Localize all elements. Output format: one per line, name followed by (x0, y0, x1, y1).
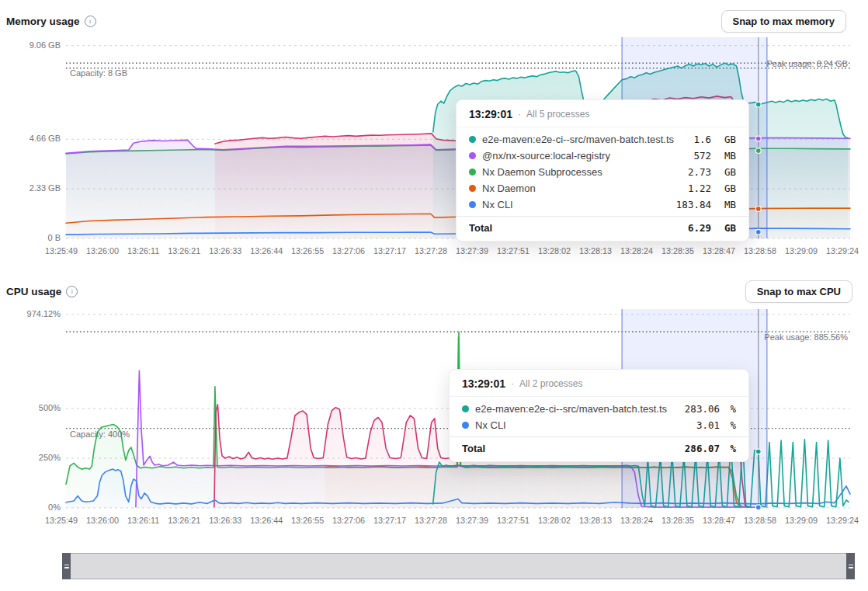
x-tick-label: 13:26:44 (250, 246, 283, 256)
x-tick-label: 13:25:49 (45, 516, 78, 525)
x-tick-label: 13:28:47 (703, 246, 735, 256)
grip-icon (849, 565, 853, 566)
tooltip-time: 13:29:01 (462, 377, 505, 390)
y-tick-label: 4.66 GB (6, 134, 61, 143)
info-icon[interactable]: i (85, 16, 96, 27)
x-tick-label: 13:27:17 (373, 246, 406, 256)
x-tick-label: 13:27:17 (373, 516, 406, 525)
x-tick-label: 13:26:11 (127, 516, 159, 525)
x-tick-label: 13:26:33 (209, 246, 241, 256)
x-tick-label: 13:26:00 (86, 246, 119, 256)
x-tick-label: 13:27:28 (415, 246, 447, 256)
process-name: Nx CLI (475, 419, 690, 431)
x-tick-label: 13:28:35 (661, 516, 694, 525)
tooltip-total-value: 6.29 (688, 222, 711, 234)
x-tick-label: 13:27:06 (332, 516, 365, 525)
tooltip-header: 13:29:01 · All 2 processes (450, 370, 748, 397)
y-tick-label: 2.33 GB (6, 183, 61, 193)
series-color-dot (469, 169, 476, 176)
cpu-chart-title: CPU usage i (6, 286, 78, 297)
brush-handle-left[interactable] (62, 553, 71, 579)
process-unit: MB (717, 199, 736, 210)
memory-capacity-label: Capacity: 8 GB (70, 68, 127, 78)
x-tick-label: 13:27:51 (497, 516, 529, 525)
process-value: 3.01 (696, 419, 720, 431)
y-tick-label: 9.06 GB (6, 40, 61, 50)
series-color-dot (469, 152, 476, 159)
x-tick-label: 13:29:24 (826, 246, 859, 256)
process-name: e2e-maven:e2e-ci--src/maven-batch.test.t… (482, 134, 687, 145)
process-value: 1.6 (693, 134, 711, 145)
x-tick-label: 13:28:35 (661, 246, 694, 256)
tooltip-row: Nx CLI3.01% (450, 417, 748, 433)
tooltip-total-unit: GB (717, 222, 736, 234)
tooltip-row: Nx CLI183.84MB (457, 196, 748, 213)
snap-to-max-memory-button[interactable]: Snap to max memory (721, 10, 847, 33)
tooltip-row: @nx/nx-source:local-registry572MB (457, 148, 748, 164)
x-tick-label: 13:28:02 (538, 516, 571, 525)
x-tick-label: 13:28:58 (744, 246, 776, 256)
cpu-peak-label: Peak usage: 885.56% (764, 332, 848, 342)
process-unit: % (726, 419, 736, 431)
grip-icon (849, 567, 853, 568)
series-color-dot (469, 185, 476, 192)
x-tick-label: 13:27:51 (497, 246, 529, 256)
x-tick-label: 13:29:09 (785, 246, 818, 256)
series-color-dot (469, 136, 476, 143)
brush-track[interactable] (71, 554, 846, 579)
x-tick-label: 13:28:24 (620, 516, 653, 525)
x-tick-label: 13:26:55 (291, 246, 324, 256)
charts-canvas[interactable] (0, 0, 868, 591)
process-value: 2.73 (688, 166, 711, 178)
tooltip-row: e2e-maven:e2e-ci--src/maven-batch.test.t… (450, 401, 748, 417)
y-tick-label: 0 B (6, 233, 61, 242)
x-tick-label: 13:28:13 (579, 246, 612, 256)
timeline-brush[interactable] (62, 553, 855, 579)
process-unit: MB (717, 150, 736, 162)
grip-icon (64, 565, 69, 566)
process-value: 183.84 (676, 199, 711, 210)
tooltip-total-row: Total 6.29 GB (457, 216, 748, 241)
process-unit: GB (717, 134, 736, 145)
x-tick-label: 13:26:11 (127, 246, 159, 256)
x-tick-label: 13:28:58 (744, 516, 776, 525)
x-tick-label: 13:26:44 (250, 516, 283, 525)
process-name: Nx CLI (482, 199, 670, 210)
x-tick-label: 13:28:02 (538, 246, 571, 256)
tooltip-total-value: 286.07 (685, 443, 720, 454)
process-unit: GB (717, 183, 736, 194)
memory-tooltip: 13:29:01 · All 5 processes e2e-maven:e2e… (456, 99, 749, 242)
x-tick-label: 13:29:09 (785, 516, 818, 525)
process-name: @nx/nx-source:local-registry (482, 150, 687, 162)
series-color-dot (462, 422, 469, 429)
x-tick-label: 13:26:00 (86, 516, 119, 525)
tooltip-header: 13:29:01 · All 5 processes (457, 100, 748, 127)
cpu-title-text: CPU usage (6, 286, 61, 297)
cpu-tooltip: 13:29:01 · All 2 processes e2e-maven:e2e… (449, 369, 749, 462)
x-tick-label: 13:26:55 (291, 516, 324, 525)
y-tick-label: 250% (6, 453, 61, 462)
tooltip-row: Nx Daemon Subprocesses2.73GB (457, 164, 748, 180)
tooltip-rows: e2e-maven:e2e-ci--src/maven-batch.test.t… (450, 397, 748, 436)
info-icon[interactable]: i (66, 286, 78, 297)
process-name: Nx Daemon Subprocesses (482, 166, 682, 178)
x-tick-label: 13:28:47 (703, 516, 735, 525)
x-tick-label: 13:28:13 (579, 516, 612, 525)
tooltip-total-unit: % (726, 443, 736, 454)
x-tick-label: 13:29:24 (826, 516, 859, 525)
snap-to-max-cpu-button[interactable]: Snap to max CPU (745, 280, 852, 303)
tooltip-row: e2e-maven:e2e-ci--src/maven-batch.test.t… (457, 131, 748, 148)
tooltip-row: Nx Daemon1.22GB (457, 180, 748, 196)
process-unit: % (726, 403, 736, 415)
x-tick-label: 13:27:39 (456, 246, 488, 256)
x-tick-label: 13:27:06 (332, 246, 365, 256)
tooltip-separator: · (511, 378, 514, 389)
process-value: 283.06 (685, 403, 720, 415)
process-value: 572 (693, 150, 711, 162)
memory-chart-title: Memory usage i (6, 16, 96, 27)
brush-handle-right[interactable] (846, 553, 855, 579)
x-tick-label: 13:27:39 (456, 516, 488, 525)
process-name: Nx Daemon (482, 183, 682, 194)
x-tick-label: 13:26:21 (168, 516, 200, 525)
process-name: e2e-maven:e2e-ci--src/maven-batch.test.t… (475, 403, 679, 415)
